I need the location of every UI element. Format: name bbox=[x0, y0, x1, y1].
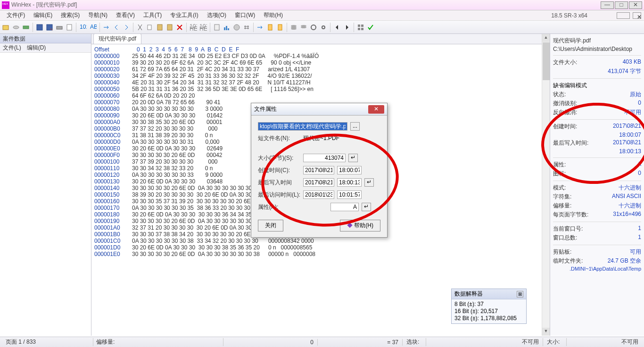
attr-input[interactable] bbox=[330, 203, 359, 211]
menu-help[interactable]: 帮助(H) bbox=[260, 10, 287, 20]
dialog-titlebar[interactable]: 文件属性 ✕ bbox=[251, 103, 387, 116]
properties-icon[interactable] bbox=[65, 23, 74, 32]
delete-icon[interactable] bbox=[175, 23, 184, 32]
data-interpreter-panel[interactable]: 数据解释器⊠ 8 Bit (±): 37 16 Bit (±): 20,517 … bbox=[451, 289, 527, 324]
menu-search[interactable]: 搜索(S) bbox=[57, 10, 83, 20]
close-button[interactable]: ✕ bbox=[629, 1, 642, 9]
prev-icon[interactable] bbox=[333, 23, 341, 32]
bpl-value: 31x16=496 bbox=[613, 211, 641, 219]
vertical-scrollbar[interactable]: ▲ ▼ bbox=[542, 34, 550, 336]
help-button[interactable]: ◆ 帮助(H) bbox=[340, 220, 380, 231]
clip-value: 可用 bbox=[630, 248, 641, 256]
menu-options[interactable]: 选项(O) bbox=[203, 10, 230, 20]
disk-icon[interactable] bbox=[232, 23, 241, 32]
mtime-time-input[interactable] bbox=[337, 178, 362, 187]
scroll-thumb[interactable] bbox=[543, 42, 550, 80]
next-icon[interactable] bbox=[343, 23, 351, 32]
menu-tools[interactable]: 工具(T) bbox=[140, 10, 165, 20]
menu-close-icon[interactable]: ✕ bbox=[633, 12, 641, 19]
interp-close-icon[interactable]: ⊠ bbox=[517, 291, 523, 297]
ctime-time-input[interactable] bbox=[337, 166, 362, 174]
scroll-down-icon[interactable]: ▼ bbox=[542, 328, 550, 336]
open-disk-icon[interactable] bbox=[12, 23, 20, 32]
find-text-icon[interactable]: AB bbox=[89, 23, 97, 32]
interp-32bit: 32 Bit (±): 1,178,882,085 bbox=[454, 315, 523, 322]
atime-time-input[interactable] bbox=[337, 190, 362, 199]
save-as-icon[interactable] bbox=[45, 23, 54, 32]
menu-button-icon[interactable] bbox=[617, 12, 630, 19]
mtime-date-input[interactable] bbox=[303, 178, 334, 187]
save-icon[interactable] bbox=[35, 23, 44, 32]
size-label: 大小(字节)(S): bbox=[258, 154, 300, 162]
edit-mode-label: 缺省编辑模式 bbox=[553, 82, 641, 90]
analysis-icon[interactable] bbox=[223, 23, 231, 32]
open-file-icon[interactable] bbox=[2, 23, 10, 32]
ctime-date-input[interactable] bbox=[303, 166, 334, 174]
size-btn[interactable]: ↵ bbox=[348, 154, 358, 162]
check-icon[interactable] bbox=[366, 23, 375, 32]
cut-icon[interactable] bbox=[136, 23, 144, 32]
svg-point-25 bbox=[291, 28, 297, 30]
atime-dlg-label: 最后访问时间(L): bbox=[258, 191, 300, 199]
menu-edit[interactable]: 编辑(E) bbox=[30, 10, 56, 20]
file-tab[interactable]: 现代密码学.pdf bbox=[93, 33, 141, 44]
temp-value: 24.7 GB 空余 bbox=[608, 257, 641, 265]
menu-nav[interactable]: 导航(N) bbox=[84, 10, 111, 20]
fwd-icon[interactable] bbox=[122, 23, 131, 32]
size-input[interactable] bbox=[303, 154, 346, 162]
clipboard-icon[interactable] bbox=[156, 23, 164, 32]
attr-btn[interactable]: ↵ bbox=[362, 203, 371, 211]
maximize-button[interactable]: □ bbox=[615, 1, 628, 9]
menu-bar: 文件(F) 编辑(E) 搜索(S) 导航(N) 查看(V) 工具(T) 专业工具… bbox=[0, 10, 644, 21]
menu-window[interactable]: 窗口(W) bbox=[231, 10, 259, 20]
gear-icon[interactable] bbox=[309, 23, 318, 32]
off-label: 偏移量: bbox=[553, 202, 571, 210]
time-btn[interactable]: ↵ bbox=[364, 178, 374, 187]
svg-rect-22 bbox=[278, 25, 282, 30]
browse-button[interactable]: ... bbox=[350, 122, 360, 131]
bookmark2-icon[interactable] bbox=[276, 23, 284, 32]
case-menu-edit[interactable]: 编辑(D) bbox=[27, 44, 46, 52]
case-menu-file[interactable]: 文件(L) bbox=[3, 44, 21, 52]
dialog-close-button[interactable]: ✕ bbox=[368, 105, 384, 114]
tile-icon[interactable] bbox=[356, 23, 365, 32]
open-ram-icon[interactable] bbox=[22, 23, 30, 32]
paste-icon[interactable] bbox=[165, 23, 174, 32]
interp-8bit: 8 Bit (±): 37 bbox=[454, 301, 523, 308]
toolbar: 101 AB 101HEX 101HEX bbox=[0, 21, 644, 34]
goto-arrow-icon[interactable] bbox=[256, 23, 264, 32]
svg-rect-18 bbox=[226, 26, 227, 30]
path-input[interactable] bbox=[258, 122, 347, 131]
case-tree[interactable] bbox=[0, 53, 91, 336]
file-size-bytes: 413,074 字节 bbox=[608, 67, 641, 75]
back-icon[interactable] bbox=[112, 23, 121, 32]
attr-value: A bbox=[637, 161, 641, 169]
close-button[interactable]: 关闭 bbox=[258, 220, 283, 231]
print-icon[interactable] bbox=[55, 23, 64, 32]
svg-text:AB: AB bbox=[90, 24, 97, 30]
minimize-button[interactable]: — bbox=[601, 1, 614, 9]
atime-date-input[interactable] bbox=[303, 190, 334, 199]
disp-value: 十六进制 bbox=[619, 184, 641, 192]
menu-view[interactable]: 查看(V) bbox=[112, 10, 139, 20]
mtime-label: 最后写入时间: bbox=[553, 139, 588, 147]
icon-value: 0 bbox=[638, 170, 641, 178]
hash-icon[interactable] bbox=[242, 23, 251, 32]
goto-icon[interactable] bbox=[102, 23, 111, 32]
menu-pro-tools[interactable]: 专业工具(I) bbox=[166, 10, 202, 20]
stack-icon[interactable] bbox=[289, 23, 298, 32]
copy-icon[interactable] bbox=[146, 23, 154, 32]
find-hex-icon[interactable]: 101 bbox=[79, 23, 87, 32]
svg-point-1 bbox=[13, 26, 19, 29]
svg-rect-31 bbox=[361, 25, 363, 27]
scroll-up-icon[interactable]: ▲ bbox=[542, 34, 550, 42]
bookmark-icon[interactable] bbox=[266, 23, 274, 32]
stack2-icon[interactable] bbox=[299, 23, 308, 32]
svg-rect-16 bbox=[215, 25, 219, 30]
hex-mode2-icon[interactable]: 101HEX bbox=[199, 23, 207, 32]
menu-file[interactable]: 文件(F) bbox=[3, 10, 29, 20]
calc-icon[interactable] bbox=[213, 23, 221, 32]
ctime-time: 18:00:07 bbox=[619, 132, 641, 138]
hex-mode-icon[interactable]: 101HEX bbox=[189, 23, 198, 32]
gear-sm-icon[interactable] bbox=[319, 23, 328, 32]
